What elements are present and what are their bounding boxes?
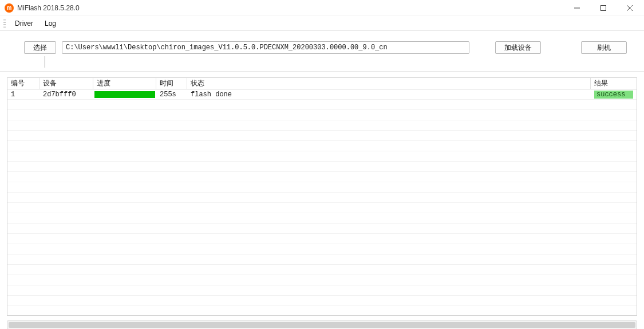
- col-header-id[interactable]: 编号: [7, 78, 39, 89]
- window-controls: [564, 0, 643, 15]
- horizontal-scrollbar[interactable]: [7, 320, 637, 329]
- toolbar-status-text: [45, 56, 452, 68]
- col-header-status[interactable]: 状态: [187, 78, 591, 89]
- select-button[interactable]: 选择: [24, 41, 56, 54]
- toolbar-row: 选择 加载设备 刷机: [8, 41, 636, 54]
- menubar: Driver Log: [0, 16, 644, 31]
- titlebar: m MiFlash 2018.5.28.0: [0, 0, 644, 16]
- cell-status: flash done: [187, 89, 591, 100]
- cell-time: 255s: [156, 89, 187, 100]
- app-icon: m: [5, 3, 14, 13]
- cell-result: success: [591, 89, 637, 100]
- device-table: 编号 设备 进度 时间 状态 结果 1 2d7bfff0 255s flash …: [7, 77, 637, 316]
- table-body: 1 2d7bfff0 255s flash done success: [7, 89, 637, 315]
- table-header: 编号 设备 进度 时间 状态 结果: [7, 78, 637, 89]
- load-devices-button[interactable]: 加载设备: [495, 41, 541, 54]
- menu-log[interactable]: Log: [39, 18, 62, 29]
- flash-button[interactable]: 刷机: [581, 41, 627, 54]
- menu-driver[interactable]: Driver: [9, 18, 39, 29]
- col-header-time[interactable]: 时间: [156, 78, 187, 89]
- result-pill: success: [594, 91, 633, 99]
- close-button[interactable]: [617, 0, 643, 15]
- maximize-button[interactable]: [590, 0, 617, 15]
- window-title: MiFlash 2018.5.28.0: [17, 4, 80, 12]
- rom-path-input[interactable]: [62, 41, 469, 54]
- toolbar: 选择 加载设备 刷机: [0, 31, 644, 72]
- cell-id: 1: [7, 89, 39, 100]
- cell-progress: [93, 89, 156, 100]
- table-row[interactable]: 1 2d7bfff0 255s flash done success: [7, 89, 637, 100]
- progress-bar: [94, 91, 155, 98]
- svg-rect-0: [601, 5, 606, 10]
- col-header-progress[interactable]: 进度: [93, 78, 156, 89]
- minimize-button[interactable]: [564, 0, 590, 15]
- scrollbar-thumb[interactable]: [9, 322, 635, 328]
- menubar-grip-icon: [3, 19, 6, 28]
- cell-device: 2d7bfff0: [39, 89, 93, 100]
- col-header-device[interactable]: 设备: [39, 78, 93, 89]
- table-gridlines: [7, 89, 637, 315]
- col-header-result[interactable]: 结果: [591, 78, 637, 89]
